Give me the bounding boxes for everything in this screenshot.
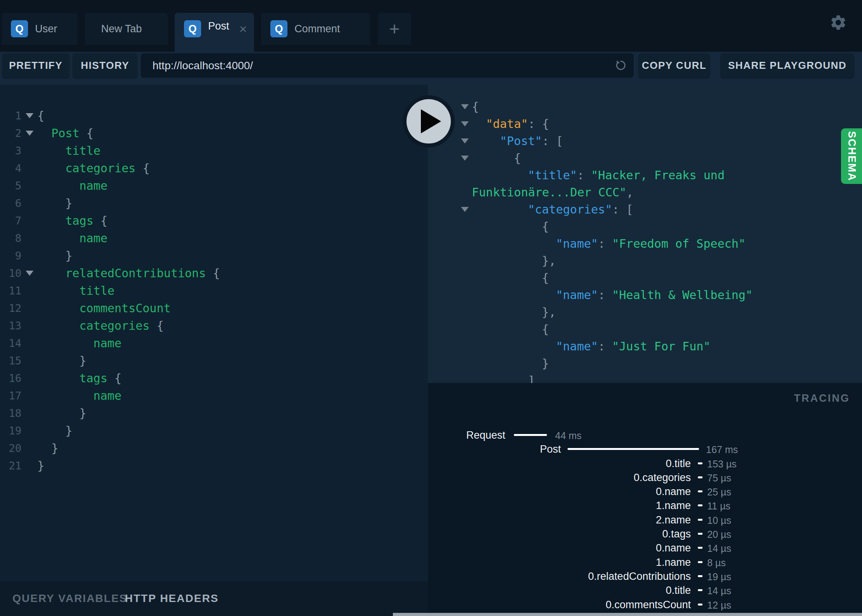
code-text: "Post": [	[472, 134, 563, 148]
tab-post[interactable]: QPost×	[175, 13, 254, 52]
editor-line: 21}	[0, 457, 428, 474]
editor-line: 6}	[0, 194, 428, 212]
copy-curl-button[interactable]: COPY CURL	[638, 53, 710, 78]
trace-label: 1.name	[656, 500, 691, 512]
share-playground-button[interactable]: SHARE PLAYGROUND	[720, 53, 854, 78]
response-line: "title": "Hacker, Freaks und	[428, 166, 862, 184]
trace-time: 153 µs	[707, 458, 737, 470]
trace-bar	[698, 490, 703, 492]
fold-arrow-icon[interactable]	[26, 271, 33, 276]
response-line: "categories": [	[428, 201, 862, 218]
line-number: 21	[0, 460, 21, 472]
trace-bar	[698, 561, 703, 563]
trace-label: 0.tags	[662, 528, 691, 540]
code-text: name	[37, 179, 107, 192]
code-text: }	[472, 357, 549, 370]
trace-label: 1.name	[656, 556, 691, 569]
code-text: tags {	[37, 371, 121, 385]
code-text: tags {	[37, 214, 107, 228]
http-headers-tab[interactable]: HTTP HEADERS	[125, 592, 219, 605]
trace-label: Post	[540, 443, 561, 455]
editor-line: 20}	[0, 439, 428, 457]
tracing-title: TRACING	[794, 392, 850, 404]
line-number: 15	[0, 355, 21, 367]
fold-arrow-icon[interactable]	[461, 121, 469, 126]
query-editor[interactable]: 1{2Post {3title4categories {5name6}7tags…	[0, 85, 428, 581]
history-button[interactable]: HISTORY	[73, 53, 137, 78]
code-text: "name": "Just For Fun"	[472, 340, 710, 353]
fold-column	[21, 131, 37, 136]
code-text: "categories": [	[472, 203, 633, 216]
tab-comment[interactable]: QComment	[261, 13, 370, 45]
endpoint-url-input[interactable]: http://localhost:4000/	[141, 53, 634, 78]
code-text: },	[472, 254, 556, 268]
line-number: 10	[0, 267, 21, 279]
trace-label: 0.title	[666, 458, 691, 470]
editor-line: 3title	[0, 142, 428, 159]
close-icon[interactable]: ×	[239, 20, 247, 37]
code-text: {	[472, 100, 479, 114]
editor-line: 5name	[0, 177, 428, 194]
response-line: "Post": [	[428, 132, 862, 149]
fold-arrow-icon[interactable]	[461, 207, 469, 212]
trace-row: 0.title14 µs	[428, 584, 862, 598]
code-text: {	[472, 220, 549, 233]
trace-bar	[698, 575, 703, 577]
query-badge-icon: Q	[11, 20, 28, 37]
code-text: categories {	[37, 319, 164, 332]
reload-icon[interactable]	[614, 58, 628, 72]
execute-button[interactable]	[403, 95, 455, 147]
tab-user[interactable]: QUser	[2, 13, 77, 45]
code-text: title	[37, 284, 114, 298]
code-text: }	[37, 459, 44, 472]
trace-bar	[698, 604, 703, 606]
trace-bar	[698, 462, 703, 464]
line-number: 6	[0, 197, 21, 209]
response-line: {	[428, 218, 862, 235]
tab-label: Comment	[294, 23, 340, 35]
trace-row: 0.name25 µs	[428, 485, 862, 499]
response-line: },	[428, 303, 862, 320]
response-line: {	[428, 149, 862, 166]
tracing-panel: TRACING Request44 msPost167 ms0.title153…	[428, 383, 862, 616]
fold-arrow-icon[interactable]	[26, 131, 33, 136]
editor-line: 16tags {	[0, 369, 428, 387]
trace-time: 12 µs	[707, 600, 731, 611]
trace-bar	[698, 519, 703, 521]
tab-new-tab[interactable]: New Tab	[85, 13, 168, 45]
editor-line: 2Post {	[0, 124, 428, 142]
add-tab-button[interactable]: +	[378, 13, 411, 45]
tab-label: Post	[208, 20, 229, 32]
fold-arrow-icon[interactable]	[461, 138, 469, 144]
query-variables-tab[interactable]: QUERY VARIABLES	[12, 592, 128, 605]
line-number: 7	[0, 215, 21, 227]
play-icon	[406, 99, 451, 144]
bottom-bar: QUERY VARIABLES HTTP HEADERS	[0, 581, 428, 616]
editor-line: 19}	[0, 422, 428, 439]
fold-column	[428, 156, 472, 161]
line-number: 16	[0, 372, 21, 384]
code-text: {	[472, 271, 549, 285]
code-text: }	[37, 354, 86, 368]
fold-arrow-icon[interactable]	[26, 113, 33, 118]
trace-row: 0.relatedContributions19 µs	[428, 570, 862, 584]
trace-row: 0.categories75 µs	[428, 471, 862, 485]
trace-row: 0.title153 µs	[428, 457, 862, 471]
code-text: commentsCount	[37, 301, 171, 315]
code-text: name	[37, 336, 121, 350]
prettify-button[interactable]: PRETTIFY	[2, 53, 69, 78]
response-line: "name": "Health & Wellbeing"	[428, 286, 862, 303]
trace-time: 8 µs	[707, 557, 726, 569]
response-line: ]	[428, 372, 862, 383]
editor-line: 12commentsCount	[0, 299, 428, 317]
line-number: 9	[0, 250, 21, 262]
line-number: 12	[0, 302, 21, 314]
fold-arrow-icon[interactable]	[461, 104, 469, 109]
horizontal-scrollbar[interactable]	[393, 613, 862, 616]
trace-label: 0.commentsCount	[606, 599, 691, 611]
settings-gear-icon[interactable]	[829, 14, 847, 32]
line-number: 19	[0, 425, 21, 437]
schema-tab[interactable]: SCHEMA	[841, 128, 862, 184]
editor-line: 9}	[0, 247, 428, 264]
fold-arrow-icon[interactable]	[461, 156, 469, 161]
